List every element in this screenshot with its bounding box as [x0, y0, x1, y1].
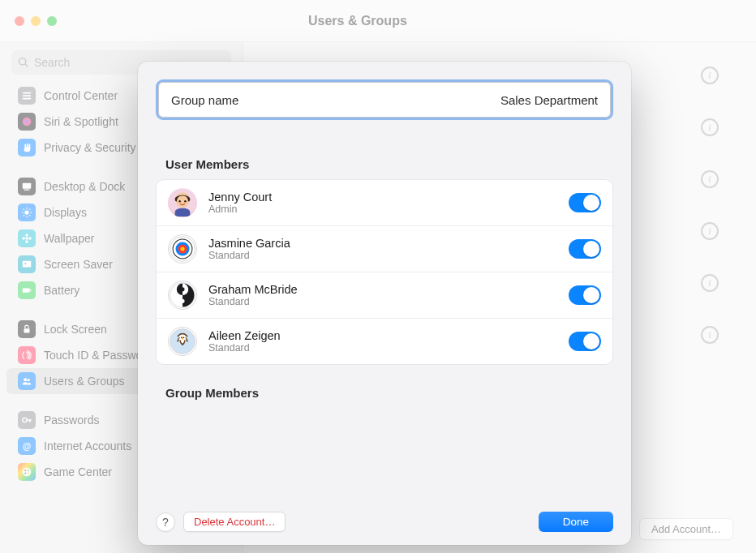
sun-icon: [18, 204, 36, 221]
svg-point-17: [25, 240, 28, 243]
svg-line-11: [24, 209, 24, 210]
sidebar-item-label: Internet Accounts: [44, 439, 131, 452]
svg-point-45: [180, 299, 184, 303]
svg-point-33: [28, 473, 29, 474]
svg-point-18: [22, 237, 25, 240]
finger-icon: [18, 346, 36, 364]
sidebar-item-label: Lock Screen: [44, 323, 107, 336]
game-icon: [18, 463, 36, 481]
svg-point-26: [28, 379, 30, 381]
svg-point-16: [25, 234, 28, 237]
close-window-button[interactable]: [15, 16, 24, 26]
svg-text:@: @: [23, 441, 31, 451]
fullscreen-window-button[interactable]: [47, 16, 57, 26]
info-button[interactable]: i: [701, 222, 719, 240]
sliders-icon: [18, 87, 36, 105]
modal-footer: ? Delete Account… Done: [156, 500, 613, 532]
membership-toggle[interactable]: [569, 193, 601, 212]
info-button[interactable]: i: [701, 274, 719, 292]
siri-icon: [18, 113, 36, 131]
user-role: Standard: [208, 250, 557, 261]
users-icon: [18, 372, 36, 390]
avatar: [168, 188, 197, 217]
svg-line-14: [29, 209, 30, 210]
svg-point-6: [24, 210, 28, 214]
minimize-window-button[interactable]: [31, 16, 41, 26]
user-members-list: Jenny CourtAdminJasmine GarciaStandardGr…: [156, 179, 613, 365]
sidebar-item-label: Users & Groups: [44, 375, 125, 388]
sidebar-item-label: Touch ID & Password: [44, 349, 152, 362]
svg-point-32: [24, 473, 26, 474]
user-role: Standard: [208, 342, 557, 354]
hand-icon: [18, 139, 36, 156]
svg-rect-4: [23, 183, 32, 189]
user-role: Standard: [208, 296, 557, 307]
svg-rect-23: [30, 289, 31, 292]
lock-icon: [18, 320, 36, 338]
group-name-input[interactable]: [387, 93, 598, 107]
help-button[interactable]: ?: [156, 512, 175, 532]
svg-point-25: [24, 378, 27, 381]
flower-icon: [18, 229, 36, 247]
sidebar-item-label: Battery: [44, 284, 79, 297]
user-members-title: User Members: [156, 157, 613, 171]
sidebar-item-label: Displays: [44, 206, 87, 219]
user-name: Graham McBride: [208, 283, 557, 296]
membership-toggle[interactable]: [569, 239, 601, 259]
sidebar-item-label: Privacy & Security: [44, 141, 136, 154]
svg-rect-2: [23, 98, 32, 100]
svg-point-30: [24, 469, 26, 471]
svg-point-21: [24, 263, 26, 264]
svg-point-19: [28, 237, 32, 240]
sidebar-item-label: Game Center: [44, 465, 112, 478]
key-icon: [18, 411, 36, 429]
ssaver-icon: [18, 255, 36, 273]
delete-account-button[interactable]: Delete Account…: [183, 512, 286, 532]
svg-rect-1: [23, 95, 32, 96]
group-name-field[interactable]: Group name: [156, 79, 613, 120]
info-button[interactable]: i: [701, 118, 719, 136]
svg-line-12: [29, 215, 30, 216]
user-member-row: Aileen ZeigenStandard: [157, 318, 612, 364]
membership-toggle[interactable]: [569, 285, 601, 305]
svg-point-31: [28, 469, 29, 471]
group-edit-modal: Group name User Members Jenny CourtAdmin…: [138, 62, 631, 545]
sidebar-item-label: Screen Saver: [44, 258, 113, 271]
info-button[interactable]: i: [701, 170, 719, 188]
info-button[interactable]: i: [701, 326, 719, 344]
group-name-label: Group name: [171, 93, 238, 107]
search-icon: [18, 57, 29, 68]
add-account-button[interactable]: Add Account…: [639, 518, 733, 540]
sidebar-item-label: Wallpaper: [44, 232, 95, 245]
sidebar-item-label: Passwords: [44, 414, 99, 427]
info-button[interactable]: i: [701, 66, 719, 84]
svg-rect-22: [23, 288, 30, 292]
membership-toggle[interactable]: [569, 332, 601, 351]
svg-point-3: [23, 118, 32, 126]
svg-point-27: [23, 418, 27, 422]
svg-point-42: [180, 246, 184, 251]
svg-point-37: [184, 200, 186, 202]
user-name: Aileen Zeigen: [208, 329, 557, 342]
at-icon: @: [18, 437, 36, 455]
avatar: [168, 234, 197, 264]
sidebar-item-label: Siri & Spotlight: [44, 115, 118, 128]
svg-point-47: [181, 337, 183, 339]
user-member-row: Jasmine GarciaStandard: [157, 225, 612, 272]
svg-point-48: [183, 337, 185, 339]
sidebar-item-label: Control Center: [44, 89, 118, 102]
avatar: [168, 327, 197, 356]
avatar: [168, 281, 197, 310]
done-button[interactable]: Done: [539, 512, 613, 532]
user-member-row: Graham McBrideStandard: [157, 272, 612, 318]
svg-point-36: [178, 200, 180, 202]
page-title: Users & Groups: [308, 14, 407, 28]
user-role: Admin: [208, 204, 557, 215]
dock-icon: [18, 178, 36, 195]
titlebar: Users & Groups: [0, 0, 756, 42]
svg-rect-5: [24, 190, 30, 191]
user-name: Jasmine Garcia: [208, 237, 557, 250]
svg-line-13: [24, 215, 24, 216]
user-member-row: Jenny CourtAdmin: [157, 180, 612, 225]
svg-point-44: [180, 287, 184, 291]
